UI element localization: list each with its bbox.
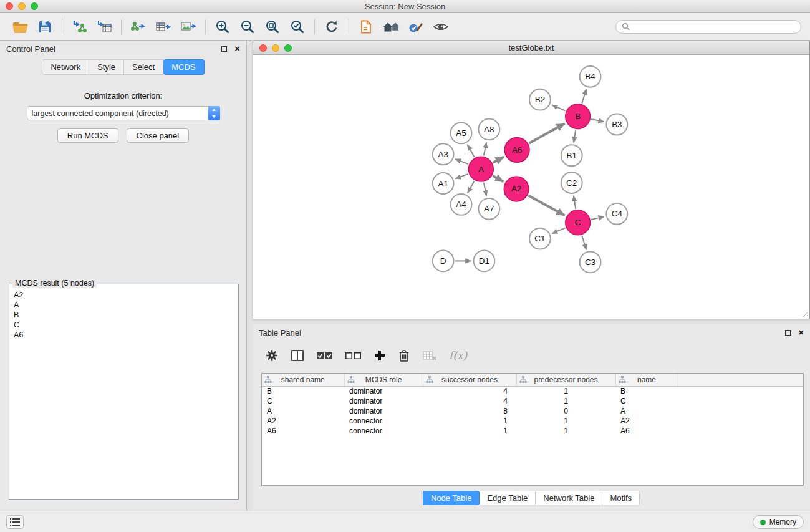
function-builder-button[interactable]: f(x) xyxy=(449,349,467,362)
graph-edge-C-C4[interactable] xyxy=(591,216,604,220)
zoom-selected-button[interactable] xyxy=(286,16,309,37)
network-minimize-button[interactable] xyxy=(272,44,279,52)
table-cell[interactable]: 1 xyxy=(516,386,615,396)
graph-node-A4[interactable]: A4 xyxy=(451,194,472,215)
table-cell[interactable]: A6 xyxy=(262,426,344,436)
graph-node-A8[interactable]: A8 xyxy=(478,119,499,140)
table-cell[interactable]: 0 xyxy=(516,406,615,416)
apply-layout-button[interactable] xyxy=(321,16,343,37)
table-cell[interactable]: C xyxy=(262,396,344,406)
network-canvas[interactable]: B4B2BB3A5A8A6A3B1AC2A1A2A4A7C4CC1DD1C3 xyxy=(253,56,809,319)
network-zoom-button[interactable] xyxy=(284,44,292,52)
add-row-button[interactable] xyxy=(374,349,386,362)
graph-edge-C-C2[interactable] xyxy=(574,196,576,209)
graph-node-A1[interactable]: A1 xyxy=(433,173,454,194)
graph-node-B2[interactable]: B2 xyxy=(529,89,551,110)
import-network-button[interactable] xyxy=(68,16,90,37)
tab-select[interactable]: Select xyxy=(124,59,163,75)
search-field[interactable] xyxy=(615,20,801,34)
graph-node-A3[interactable]: A3 xyxy=(433,143,454,165)
memory-button[interactable]: Memory xyxy=(753,515,804,529)
tab-node-table[interactable]: Node Table xyxy=(423,491,480,505)
graph-node-C[interactable]: C xyxy=(566,210,591,235)
graph-node-B4[interactable]: B4 xyxy=(580,66,601,87)
graph-node-A7[interactable]: A7 xyxy=(478,198,499,220)
save-session-button[interactable] xyxy=(34,16,56,37)
tab-network[interactable]: Network xyxy=(42,59,89,75)
run-mcds-button[interactable]: Run MCDS xyxy=(57,128,118,143)
graph-node-B[interactable]: B xyxy=(566,104,591,129)
graph-edge-A-A2[interactable] xyxy=(493,176,503,181)
style-button[interactable] xyxy=(405,16,427,37)
graph-edge-A-A8[interactable] xyxy=(484,142,486,156)
graph-node-A6[interactable]: A6 xyxy=(504,137,529,162)
column-header-shared-name[interactable]: shared name xyxy=(262,374,344,386)
minimize-window-button[interactable] xyxy=(18,2,26,10)
table-cell[interactable]: 8 xyxy=(423,406,516,416)
graph-edge-A-A4[interactable] xyxy=(468,181,475,193)
table-cell[interactable]: dominator xyxy=(344,396,423,406)
table-cell[interactable]: 1 xyxy=(516,396,615,406)
column-header-MCDS-role[interactable]: MCDS role xyxy=(344,374,423,386)
graph-node-B1[interactable]: B1 xyxy=(561,145,582,166)
table-cell[interactable]: A xyxy=(262,406,344,416)
table-cell[interactable]: C xyxy=(615,396,678,406)
table-settings-button[interactable] xyxy=(265,349,279,362)
graph-node-A5[interactable]: A5 xyxy=(451,122,472,143)
tab-mcds[interactable]: MCDS xyxy=(163,59,204,75)
export-network-button[interactable] xyxy=(127,16,150,37)
show-hide-button[interactable] xyxy=(430,16,452,37)
column-header-successor-nodes[interactable]: successor nodes xyxy=(423,374,516,386)
graph-edge-C-C1[interactable] xyxy=(552,228,565,233)
column-header-predecessor-nodes[interactable]: predecessor nodes xyxy=(516,374,615,386)
graph-node-B3[interactable]: B3 xyxy=(606,114,627,135)
delete-rows-button[interactable] xyxy=(398,349,410,362)
float-table-panel-icon[interactable] xyxy=(785,330,791,336)
table-cell[interactable]: 1 xyxy=(516,426,615,436)
table-row[interactable]: Cdominator41C xyxy=(262,396,803,406)
table-row[interactable]: A2connector11A2 xyxy=(262,416,803,426)
table-cell[interactable]: 4 xyxy=(423,396,516,406)
select-all-button[interactable] xyxy=(316,350,333,361)
table-cell[interactable]: connector xyxy=(344,426,423,436)
graph-edge-A-A5[interactable] xyxy=(468,145,475,157)
export-image-button[interactable] xyxy=(177,16,200,37)
task-history-button[interactable] xyxy=(6,515,24,529)
close-panel-button[interactable]: Close panel xyxy=(127,128,190,143)
optimization-criterion-dropdown[interactable]: largest connected component (directed) xyxy=(27,106,220,120)
table-row[interactable]: Bdominator41B xyxy=(262,386,803,396)
import-table-button[interactable] xyxy=(93,16,115,37)
destroy-table-button[interactable] xyxy=(422,349,437,362)
show-columns-button[interactable] xyxy=(291,349,304,362)
graph-edge-A-A7[interactable] xyxy=(484,183,486,196)
graph-node-C3[interactable]: C3 xyxy=(580,252,601,273)
table-row[interactable]: Adominator80A xyxy=(262,406,803,416)
column-header-name[interactable]: name xyxy=(615,374,678,386)
table-cell[interactable]: connector xyxy=(344,416,423,426)
graph-edge-B-B4[interactable] xyxy=(582,89,586,104)
graph-edge-B-B2[interactable] xyxy=(552,105,566,111)
mcds-result-item[interactable]: A xyxy=(14,301,234,311)
graph-node-C2[interactable]: C2 xyxy=(561,172,582,193)
close-table-panel-icon[interactable]: × xyxy=(798,329,804,336)
graph-edge-C-C3[interactable] xyxy=(582,236,586,250)
tab-motifs[interactable]: Motifs xyxy=(602,491,640,505)
table-cell[interactable]: A6 xyxy=(615,426,678,436)
graph-node-C1[interactable]: C1 xyxy=(529,228,551,249)
graph-edge-A2-C[interactable] xyxy=(528,195,564,215)
table-cell[interactable]: A2 xyxy=(615,416,678,426)
network-window-titlebar[interactable]: testGlobe.txt xyxy=(253,41,809,55)
graph-node-A[interactable]: A xyxy=(468,157,493,181)
close-window-button[interactable] xyxy=(6,2,13,10)
graph-node-D1[interactable]: D1 xyxy=(473,251,494,272)
mcds-result-item[interactable]: C xyxy=(14,321,234,331)
graph-node-D[interactable]: D xyxy=(433,251,454,272)
open-session-button[interactable] xyxy=(9,16,31,37)
home-button[interactable] xyxy=(380,16,402,37)
table-row[interactable]: A6connector11A6 xyxy=(262,426,803,436)
table-cell[interactable]: 1 xyxy=(423,416,516,426)
network-close-button[interactable] xyxy=(259,44,267,52)
search-input[interactable] xyxy=(633,22,795,31)
graph-edge-A-A1[interactable] xyxy=(455,174,468,179)
graph-node-A2[interactable]: A2 xyxy=(504,177,529,201)
